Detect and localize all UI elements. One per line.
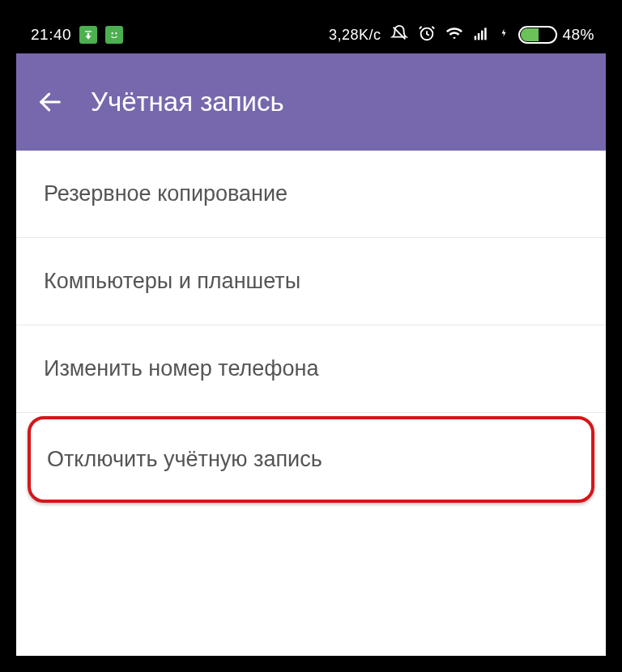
highlight-container: Отключить учётную запись <box>16 413 606 503</box>
battery-percent: 48% <box>562 26 594 44</box>
svg-point-0 <box>112 32 113 34</box>
settings-item-label: Изменить номер телефона <box>44 356 318 381</box>
settings-item-label: Компьютеры и планшеты <box>44 269 300 293</box>
settings-item-change-phone[interactable]: Изменить номер телефона <box>16 325 606 413</box>
wifi-icon <box>445 24 463 46</box>
settings-item-label: Резервное копирование <box>44 181 288 206</box>
svg-rect-6 <box>485 28 488 40</box>
status-left: 21:40 <box>31 26 123 44</box>
settings-item-backup[interactable]: Резервное копирование <box>16 151 606 238</box>
app-notification-icon <box>105 26 123 44</box>
status-clock: 21:40 <box>31 26 71 44</box>
arrow-left-icon <box>36 88 64 116</box>
status-right: 3,28K/c 48% <box>329 24 594 46</box>
signal-icon <box>473 25 489 45</box>
svg-rect-4 <box>478 33 480 40</box>
battery-icon <box>518 26 557 44</box>
settings-list: Резервное копирование Компьютеры и планш… <box>16 151 606 503</box>
download-icon <box>79 26 97 44</box>
charging-icon <box>499 25 509 45</box>
network-speed: 3,28K/c <box>329 27 381 44</box>
alarm-icon <box>418 24 436 46</box>
back-button[interactable] <box>34 86 66 118</box>
status-bar: 21:40 3,28K/c <box>16 16 606 53</box>
dnd-icon <box>390 24 408 46</box>
svg-point-1 <box>115 32 117 34</box>
settings-item-deactivate-account[interactable]: Отключить учётную запись <box>28 416 594 503</box>
svg-rect-3 <box>475 36 477 40</box>
settings-item-label: Отключить учётную запись <box>47 447 322 471</box>
svg-rect-5 <box>481 30 484 40</box>
page-title: Учётная запись <box>91 87 284 117</box>
device-frame: 21:40 3,28K/c <box>16 16 606 656</box>
app-bar: Учётная запись <box>16 53 606 151</box>
battery-indicator: 48% <box>518 26 594 44</box>
settings-item-computers-tablets[interactable]: Компьютеры и планшеты <box>16 238 606 325</box>
